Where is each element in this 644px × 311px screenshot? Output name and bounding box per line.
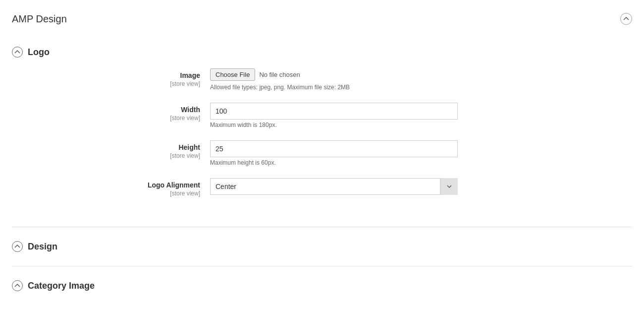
section-logo-toggle-icon[interactable] <box>12 47 23 58</box>
logo-alignment-select[interactable]: Left Center Right <box>210 178 458 195</box>
image-hint: Allowed file types: jpeg, png. Maximum f… <box>210 84 632 91</box>
section-design-header[interactable]: Design <box>12 235 632 258</box>
section-design-title: Design <box>28 242 57 252</box>
chevron-up-icon <box>623 15 630 22</box>
page-wrapper: AMP Design Logo Image [store view] <box>0 0 644 311</box>
form-row-width: Width [store view] Maximum width is 180p… <box>12 103 632 128</box>
section-category-image: Category Image <box>12 274 632 297</box>
section-logo-title: Logo <box>28 47 50 58</box>
width-label: Width <box>42 106 200 114</box>
height-field-col: Maximum height is 60px. <box>210 140 632 166</box>
image-label-sub: [store view] <box>170 80 200 87</box>
page-title: AMP Design <box>12 13 67 25</box>
logo-alignment-label-col: Logo Alignment [store view] <box>42 178 210 197</box>
no-file-text: No file chosen <box>259 71 300 78</box>
section-logo-header[interactable]: Logo <box>12 41 632 63</box>
height-label-sub: [store view] <box>170 152 200 159</box>
image-label: Image <box>42 71 200 79</box>
file-input-row: Choose File No file chosen <box>210 68 632 81</box>
section-logo-content: Image [store view] Choose File No file c… <box>12 63 632 219</box>
section-design-toggle-icon[interactable] <box>12 241 23 252</box>
height-label: Height <box>42 143 200 151</box>
image-field-col: Choose File No file chosen Allowed file … <box>210 68 632 91</box>
page-header: AMP Design <box>12 8 632 33</box>
image-label-col: Image [store view] <box>42 68 210 87</box>
logo-alignment-label-sub: [store view] <box>170 190 200 197</box>
form-row-logo-alignment: Logo Alignment [store view] Left Center … <box>12 178 632 197</box>
divider-1 <box>12 227 632 227</box>
logo-alignment-field-col: Left Center Right <box>210 178 632 195</box>
section-category-image-toggle-icon[interactable] <box>12 280 23 291</box>
width-field-col: Maximum width is 180px. <box>210 103 632 128</box>
width-input[interactable] <box>210 103 458 120</box>
chevron-up-small-icon-category <box>14 283 20 289</box>
page-collapse-button[interactable] <box>620 13 632 25</box>
logo-alignment-label: Logo Alignment <box>42 181 200 189</box>
choose-file-button[interactable]: Choose File <box>210 68 255 81</box>
section-category-image-header[interactable]: Category Image <box>12 274 632 297</box>
chevron-up-small-icon <box>14 49 20 55</box>
section-logo: Logo Image [store view] Choose File No f… <box>12 41 632 219</box>
width-label-sub: [store view] <box>170 115 200 122</box>
width-label-col: Width [store view] <box>42 103 210 122</box>
section-category-image-title: Category Image <box>28 281 95 291</box>
height-input[interactable] <box>210 140 458 157</box>
form-row-image: Image [store view] Choose File No file c… <box>12 68 632 91</box>
height-label-col: Height [store view] <box>42 140 210 159</box>
section-design: Design <box>12 235 632 258</box>
divider-2 <box>12 266 632 266</box>
height-hint: Maximum height is 60px. <box>210 159 632 166</box>
logo-alignment-select-wrapper: Left Center Right <box>210 178 458 195</box>
form-row-height: Height [store view] Maximum height is 60… <box>12 140 632 166</box>
width-hint: Maximum width is 180px. <box>210 122 632 128</box>
chevron-up-small-icon-design <box>14 244 20 249</box>
